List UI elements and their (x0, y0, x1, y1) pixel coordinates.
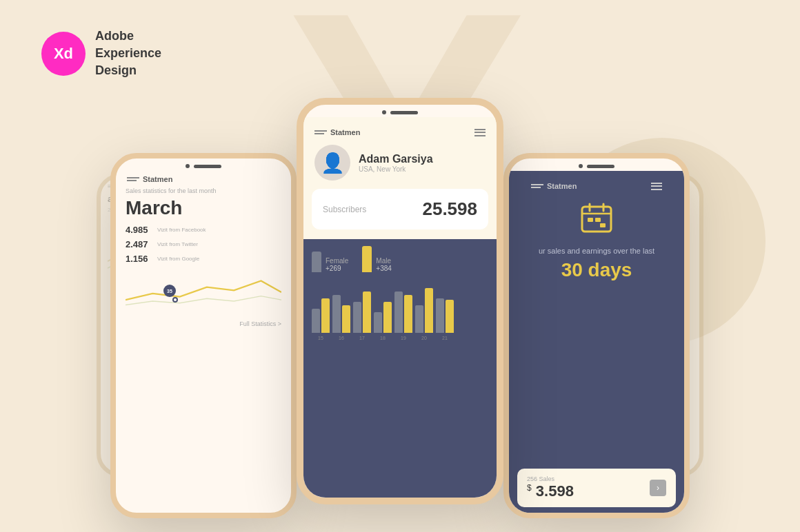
stat-number-1: 4.985 (126, 225, 152, 235)
bar-gray-3 (353, 302, 361, 333)
female-info: Female +269 (326, 257, 348, 272)
right-bottom-section: 256 Sales $ 3.598 › (509, 463, 684, 513)
avatar: 👤 (314, 145, 350, 181)
profile-info: Adam Garsiya USA, New York (359, 153, 433, 173)
male-bar (362, 246, 372, 272)
phone-right: Statmen (503, 153, 690, 518)
right-days: 30 days (531, 259, 662, 281)
right-app-header: Statmen (520, 178, 673, 194)
chart-dot-value: 35 (163, 285, 176, 297)
bar-yellow-3 (363, 291, 371, 333)
left-phone-notch (116, 158, 291, 171)
male-info: Male +384 (376, 257, 392, 272)
center-phone-notch (303, 105, 497, 117)
bar-gray-6 (415, 305, 423, 333)
male-label: Male (376, 257, 392, 265)
bar-yellow-1 (321, 298, 330, 333)
sales-card: 256 Sales $ 3.598 › (517, 469, 676, 507)
center-notch-speaker (390, 111, 418, 114)
subscribers-label: Subscribers (323, 205, 366, 214)
sales-amount: $ 3.598 (527, 482, 574, 500)
center-menu-icon[interactable] (474, 129, 486, 136)
svg-rect-8 (600, 223, 606, 227)
male-delta: +384 (376, 265, 392, 272)
bar-gray-1 (312, 309, 320, 333)
bar-group-1 (312, 298, 330, 333)
gender-row: Female +269 Male +384 (312, 246, 488, 272)
chart-label-21: 21 (436, 336, 454, 340)
sales-info: 256 Sales $ 3.598 (527, 475, 574, 500)
stat-label-3: Vizit from Google (157, 256, 199, 262)
bar-group-2 (332, 295, 350, 333)
statmen-icon-right (531, 184, 543, 188)
subscribers-value: 25.598 (422, 198, 477, 220)
sales-prefix: $ (527, 483, 532, 493)
chart-dot-small (172, 297, 178, 303)
center-app-header: Statmen (303, 124, 497, 141)
stat-row-3: 1.156 Vizit from Google (126, 254, 281, 264)
stat-row-2: 2.487 Vizit from Twitter (126, 239, 281, 249)
profile-name: Adam Garsiya (359, 153, 433, 165)
chart-label-17: 17 (353, 336, 371, 340)
full-stats-link[interactable]: Full Statistics > (126, 320, 281, 327)
left-app-logo: Statmen (127, 175, 172, 183)
center-notch-dot (382, 110, 386, 114)
phone-left: Statmen Sales statistics for the last mo… (110, 153, 297, 518)
left-month: March (126, 197, 281, 219)
right-menu-icon[interactable] (651, 183, 662, 190)
bar-chart (312, 278, 488, 333)
female-delta: +269 (326, 265, 348, 272)
bar-gray-7 (436, 298, 444, 333)
bar-yellow-4 (383, 302, 392, 333)
stat-label-1: Vizit from Facebook (157, 227, 206, 233)
left-subtitle: Sales statistics for the last month (126, 187, 281, 194)
right-notch-dot (579, 164, 583, 168)
center-bottom-section: Female +269 Male +384 (303, 239, 497, 498)
center-top-section: Statmen 👤 Adam Garsiya USA, New York (303, 117, 497, 239)
profile-section: 👤 Adam Garsiya USA, New York (303, 141, 497, 189)
left-app-header: Statmen (116, 171, 291, 187)
bar-yellow-6 (425, 288, 433, 333)
bar-group-6 (415, 288, 433, 333)
right-subtitle: ur sales and earnings over the last (531, 246, 662, 256)
bar-gray-2 (332, 295, 341, 333)
subscribers-card: Subscribers 25.598 (312, 189, 488, 229)
notch-dot (186, 164, 190, 168)
statmen-icon-left (127, 177, 139, 181)
avatar-icon: 👤 (321, 152, 345, 174)
center-app-logo: Statmen (314, 128, 360, 136)
bar-yellow-7 (446, 300, 454, 333)
chart-label-16: 16 (332, 336, 350, 340)
right-phone-notch (509, 158, 684, 171)
female-gender-item: Female +269 (312, 246, 348, 272)
chart-label-20: 20 (415, 336, 433, 340)
chart-label-18: 18 (374, 336, 392, 340)
chart-label-19: 19 (394, 336, 412, 340)
right-main-info: ur sales and earnings over the last 30 d… (520, 194, 673, 288)
left-phone-content: Sales statistics for the last month Marc… (116, 187, 291, 327)
logo-text: Adobe Experience Design (95, 28, 161, 80)
statmen-icon-center (314, 130, 327, 134)
right-notch-speaker (587, 165, 614, 168)
logo-area: Xd Adobe Experience Design (41, 28, 161, 80)
male-gender-item: Male +384 (362, 246, 392, 272)
bar-group-5 (394, 291, 412, 333)
female-label: Female (326, 257, 348, 265)
bar-group-3 (353, 291, 371, 333)
chart-x-labels: 15 16 17 18 19 20 21 (312, 336, 488, 340)
female-bar (312, 252, 321, 272)
bar-group-7 (436, 298, 454, 333)
chart-label-15: 15 (312, 336, 330, 340)
xd-logo-icon: Xd (41, 32, 86, 76)
svg-rect-7 (595, 218, 601, 222)
calendar-icon (531, 201, 662, 242)
chevron-right-icon[interactable]: › (650, 480, 666, 496)
right-top-section: Statmen (509, 171, 684, 463)
phones-wrapper: ≡ Statmen arch Sales 259 Sales + 65 ≡ St… (90, 63, 710, 532)
phone-center: Statmen 👤 Adam Garsiya USA, New York (297, 98, 503, 504)
stat-label-2: Vizit from Twitter (157, 241, 198, 247)
sales-count: 256 Sales (527, 475, 574, 482)
bar-yellow-2 (342, 305, 350, 333)
bar-gray-4 (374, 312, 382, 333)
stat-number-3: 1.156 (126, 254, 152, 264)
